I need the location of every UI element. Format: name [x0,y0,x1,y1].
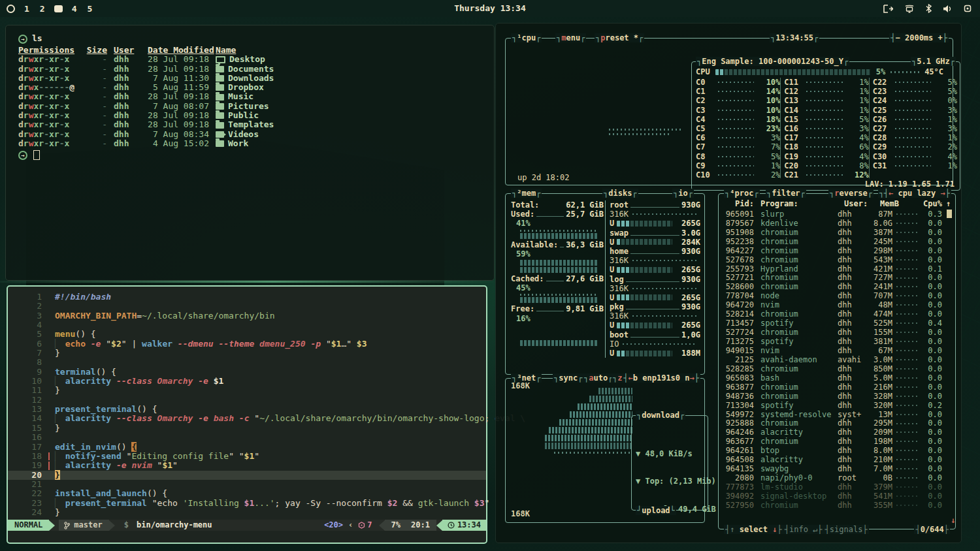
cached-graph-dots [520,294,598,296]
tab-mem[interactable]: ┐²mem┌ [511,189,542,198]
process-row[interactable]: 965091slurpdhh87M0.3 [723,210,942,219]
file-row: drwxr-xr-x-dhh28 Jul 09:18Templates [18,120,436,129]
process-row[interactable]: 964261btopdhh8.0M0.0 [723,446,942,455]
process-row[interactable]: 713304spotifydhh320M0.2 [723,401,942,410]
proc-scrollbar[interactable]: ↑ ↓ [946,199,953,525]
scroll-up-icon[interactable]: ↑ [946,199,951,208]
process-row[interactable]: 528285chromiumdhh850M0.0 [723,364,942,373]
process-row[interactable]: 778704nodedhh707M0.0 [723,291,942,300]
file-row: drwxr-xr-x-dhh28 Jul 09:18Music [18,92,436,101]
process-row[interactable]: 952238chromiumdhh245M0.0 [723,237,942,246]
core-row: C194% [784,152,868,161]
process-row[interactable]: 527721chromiumdhh727M0.0 [723,274,942,283]
code-line-12[interactable]: 12 [8,396,486,405]
avail-graph [520,260,598,266]
tab-cpu[interactable]: ┐¹cpu┌ [511,33,542,42]
process-row[interactable]: 777873lm-studiodhh379M0.0 [723,482,942,492]
process-row[interactable]: 2080napi/phy0-0root0B0.0 [723,473,942,482]
logout-icon[interactable] [883,5,893,13]
process-row[interactable]: 2125avahi-daemonavahi3.0M0.0 [723,355,942,364]
process-row[interactable]: 964227chromiumdhh298M0.0 [723,246,942,255]
settings-icon[interactable] [963,4,972,13]
code-line-15[interactable]: 15} [8,424,486,433]
process-row[interactable]: 963877chromiumdhh216M0.0 [723,383,942,392]
reverse-button[interactable]: ┐reverse┌ [828,189,874,198]
scrollbar-thumb[interactable] [947,210,952,218]
code-line-23[interactable]: 23▏ present_terminal "echo 'Installing $… [8,499,486,508]
code-line-8[interactable]: 8 [8,358,486,367]
code-line-17[interactable]: 17edit_in_nvim() { [8,443,486,452]
code-area[interactable]: 1#!/bin/bash23OMARCHY_BIN_PATH=~/.local/… [8,292,486,517]
process-row[interactable]: 925888chromiumdhh295M0.0 [723,419,942,428]
process-row[interactable]: 948736chromiumdhh328M0.0 [723,392,942,401]
code-line-4[interactable]: 4 [8,321,486,330]
disk-name-row: boot1,0G [610,330,700,339]
code-line-11[interactable]: 11} [8,386,486,395]
process-row[interactable]: 255793Hyprlanddhh421M0.1 [723,264,942,274]
prompt-line-2: → [18,150,494,160]
process-row[interactable]: 879567kdenlivedhh8.0G0.0 [723,219,942,228]
code-line-22[interactable]: 22install_and_launch() { [8,489,486,498]
process-row[interactable]: 527678chromiumdhh543M0.0 [723,255,942,264]
code-line-14[interactable]: 14▏ alacritty --class Omarchy -e bash -c… [8,414,486,423]
info-control[interactable]: ┤info ↵├ [783,525,824,534]
code-line-10[interactable]: 10▏ alacritty --class Omarchy -e $1 [8,377,486,386]
cpu-model: ┐Eng Sample: 100-000001243-50_Y┌ [696,57,849,66]
menu-button[interactable]: ┐menu┌ [555,33,586,42]
net-info-box: ┐download┌ ▼ 48,0 KiB/s ▼ Top: (2,13 Mib… [631,415,708,511]
terminal-window-ls[interactable]: → ls Permissions Size User Date Modified… [5,25,495,281]
col-header-permissions: Permissions [18,46,76,55]
process-row[interactable]: 527724chromiumdhh155M0.0 [723,328,942,337]
code-line-3[interactable]: 3OMARCHY_BIN_PATH=~/.local/share/omarchy… [8,311,486,321]
sort-selector[interactable]: ┤← cpu lazy →├ [883,189,951,198]
process-row[interactable]: 964720nvimdhh48M0.0 [723,300,942,309]
core-row: C311% [873,161,957,170]
network-icon[interactable] [904,5,915,13]
filter-button[interactable]: ┐filter┌ [766,189,806,198]
cpu-total-pct: 5% [876,67,885,76]
git-change-indicator [48,452,50,460]
code-line-21[interactable]: 21 [8,480,486,489]
preset-button[interactable]: ┐preset *┌ [595,33,644,42]
code-line-7[interactable]: 7} [8,349,486,358]
sync-button[interactable]: ┐sync┌ [553,373,583,383]
scroll-down-icon[interactable]: ↓ [951,516,955,525]
core-row: C111% [784,78,868,87]
code-line-9[interactable]: 9terminal() { [8,368,486,377]
bluetooth-icon[interactable] [926,4,932,13]
interface-selector[interactable]: ┤←b enp191s0 n→├ [622,373,700,383]
code-line-19[interactable]: 19▏ alacritty -e nvim "$1" [8,461,486,470]
process-row[interactable]: 527950chromiumdhh355M0.0 [723,501,942,510]
volume-icon[interactable] [943,5,952,13]
code-line-16[interactable]: 16 [8,433,486,442]
code-line-6[interactable]: 6▏ echo -e "$2" | walker --dmenu --theme… [8,339,486,349]
code-line-2[interactable]: 2 [8,302,486,311]
process-row[interactable]: 964508alacrittydhh210M0.0 [723,455,942,464]
select-control[interactable]: ┤↑ select ↓├ [724,525,783,534]
process-row[interactable]: 951908chromiumdhh387M0.0 [723,228,942,237]
process-row[interactable]: 963677chromiumdhh198M0.0 [723,437,942,446]
process-row[interactable]: 964246alacrittydhh209M0.0 [723,428,942,437]
process-row[interactable]: 965083bashdhh5.0M0.0 [723,373,942,383]
process-row[interactable]: 949015nvimdhh67M0.0 [723,346,942,355]
tab-proc[interactable]: ┐⁴proc┌ [724,189,760,198]
code-line-5[interactable]: 5menu() { [8,330,486,339]
btop-window[interactable]: ┐¹cpu┌ ┐menu┌ ┐preset *┌ ┐13:34:55┌ ┤− 2… [495,23,962,543]
process-row[interactable]: 713275spotifydhh381M0.0 [723,337,942,346]
file-row: drwxr-xr-x-dhh4 Aug 15:02Work [18,139,436,148]
process-row[interactable]: 528214chromiumdhh474M0.0 [723,309,942,319]
tab-io[interactable]: ┐io┌ [672,189,694,198]
process-row[interactable]: 964135swaybgdhh7.0M0.0 [723,464,942,473]
process-row[interactable]: 713457spotifydhh525M0.4 [723,319,942,328]
code-line-24[interactable]: 24} [8,508,486,517]
tab-disks[interactable]: ┐disks┌ [602,189,638,198]
editor-window-nvim[interactable]: 1#!/bin/bash23OMARCHY_BIN_PATH=~/.local/… [7,285,487,544]
code-line-1[interactable]: 1#!/bin/bash [8,292,486,302]
code-line-20[interactable]: 20} [8,471,486,480]
signals-control[interactable]: ┤signals├ [824,525,869,534]
process-row[interactable]: 549972systemd-resolvesyst+13M0.0 [723,410,942,419]
auto-button[interactable]: ┐auto┌ [583,373,613,383]
update-interval-control[interactable]: ┤− 2000ms +├ [889,33,949,42]
process-row[interactable]: 528600chromiumdhh241M0.0 [723,283,942,292]
process-row[interactable]: 394092signal-desktopdhh541M0.0 [723,492,942,501]
